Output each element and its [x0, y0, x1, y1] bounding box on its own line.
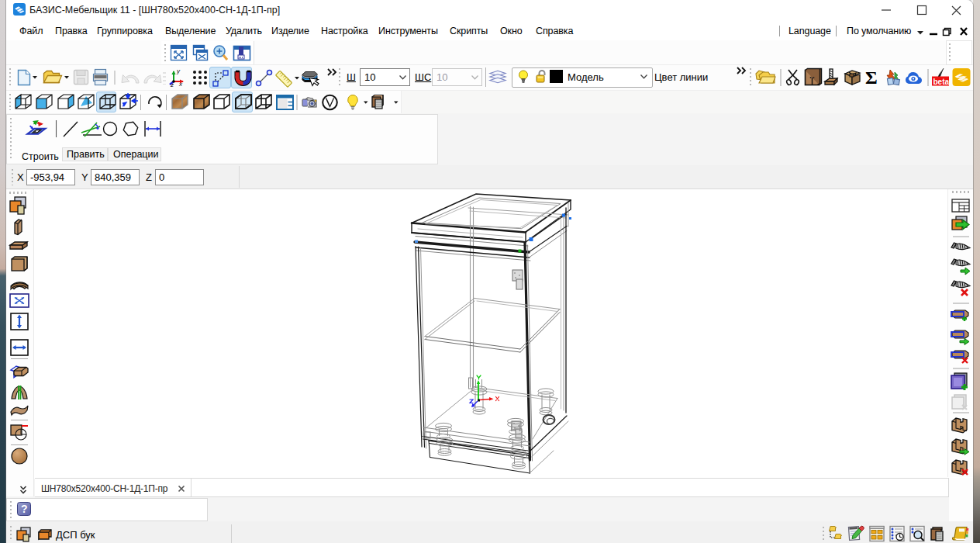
svg-text:?: ? [21, 503, 28, 515]
